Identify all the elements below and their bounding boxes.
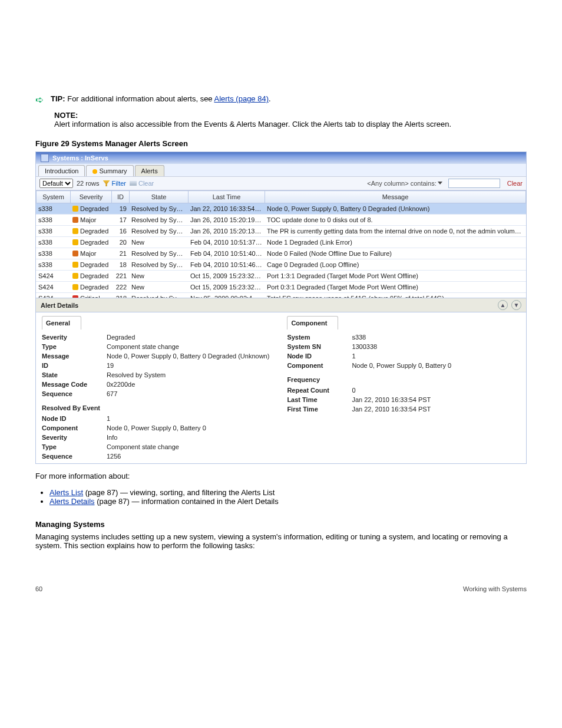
table-row[interactable]: S424Degraded221NewOct 15, 2009 15:23:32 … — [36, 271, 526, 282]
tip-arrow-icon: ➪ — [35, 95, 44, 105]
filter-button[interactable]: Filter — [103, 179, 126, 187]
table-row[interactable]: s338Major21Resolved by SystemFeb 04, 201… — [36, 248, 526, 259]
table-row[interactable]: s338Major17Resolved by SystemJan 26, 201… — [36, 215, 526, 226]
component-system: s338 — [352, 333, 464, 341]
severity-icon — [72, 295, 78, 298]
col-system[interactable]: System — [37, 191, 71, 203]
frequency-repeat: 0 — [352, 386, 464, 394]
note-label: NOTE: — [54, 111, 527, 120]
chevron-down-icon — [438, 182, 442, 185]
list-item: Alerts Details (page 87) — information c… — [49, 497, 527, 506]
component-tab: Component — [287, 316, 338, 330]
table-row[interactable]: s338Degraded18Resolved by SystemFeb 04, … — [36, 259, 526, 271]
detail-type: Component state change — [107, 342, 269, 351]
section-title: Managing Systems — [35, 520, 527, 529]
detail-id: 19 — [107, 361, 269, 370]
tip-label: TIP: — [51, 94, 65, 103]
window-title: Systems : InServs — [52, 154, 108, 162]
severity-icon — [72, 251, 78, 256]
tab-introduction[interactable]: Introduction — [38, 165, 85, 176]
tab-alerts[interactable]: Alerts — [135, 165, 164, 176]
severity-icon — [72, 228, 78, 234]
details-title: Alert Details — [41, 301, 494, 309]
eraser-icon — [130, 181, 137, 186]
col-message[interactable]: Message — [265, 191, 526, 203]
table-row[interactable]: s338Degraded19Resolved by SystemJan 22, … — [36, 203, 526, 215]
window-icon — [41, 154, 49, 162]
resolved-sequence: 1256 — [107, 452, 269, 460]
about-link[interactable]: Alerts Details — [49, 497, 95, 506]
severity-icon — [72, 217, 78, 223]
details-down-button[interactable]: ▼ — [511, 300, 521, 310]
list-item: Alerts List (page 87) — viewing, sorting… — [49, 488, 527, 497]
about-intro: For more information about: — [35, 472, 527, 480]
severity-icon — [72, 239, 78, 245]
severity-icon — [72, 262, 78, 268]
frequency-last: Jan 22, 2010 16:33:54 PST — [352, 396, 464, 404]
search-column-label[interactable]: <Any column> contains: — [367, 179, 444, 187]
detail-msgcode: 0x2200de — [107, 380, 269, 388]
about-link[interactable]: Alerts List — [49, 488, 83, 497]
severity-icon — [72, 284, 78, 290]
detail-sequence: 677 — [107, 390, 269, 398]
resolved-severity: Info — [107, 433, 269, 442]
alerts-screen: Systems : InServs Introduction Summary A… — [35, 151, 527, 464]
clear-search-link[interactable]: Clear — [507, 179, 523, 187]
preset-select[interactable]: Default — [39, 179, 73, 188]
tab-summary[interactable]: Summary — [86, 165, 133, 176]
resolved-time: Jan 22, 2010 16:41:02 PST — [107, 462, 269, 463]
general-tab: General — [42, 316, 81, 330]
table-row[interactable]: S424Critical218Resolved by SystemNov 05,… — [36, 293, 526, 298]
severity-icon — [72, 206, 78, 212]
detail-severity: Degraded — [107, 333, 269, 341]
table-row[interactable]: s338Degraded20NewFeb 04, 2010 10:51:37 P… — [36, 237, 526, 248]
component-systemsn: 1300338 — [352, 342, 464, 351]
resolved-component: Node 0, Power Supply 0, Battery 0 — [107, 424, 269, 432]
col-severity[interactable]: Severity — [71, 191, 112, 203]
details-up-button[interactable]: ▲ — [498, 300, 508, 310]
resolved-head: Resolved By Event — [42, 404, 269, 412]
col-id[interactable]: ID — [112, 191, 130, 203]
table-row[interactable]: s338Degraded16Resolved by SystemJan 26, … — [36, 226, 526, 237]
note-body: Alert information is also accessible fro… — [54, 120, 527, 129]
table-row[interactable]: S424Degraded222NewOct 15, 2009 15:23:32 … — [36, 282, 526, 293]
resolved-type: Component state change — [107, 443, 269, 451]
col-state[interactable]: State — [130, 191, 189, 203]
search-input[interactable] — [448, 179, 500, 188]
component-nodeid: 1 — [352, 352, 464, 360]
footer-chapter: Working with Systems — [463, 585, 527, 592]
window-titlebar: Systems : InServs — [36, 152, 526, 164]
section-body: Managing systems includes setting up a n… — [35, 532, 527, 550]
component-component: Node 0, Power Supply 0, Battery 0 — [352, 361, 464, 370]
detail-state: Resolved by System — [107, 371, 269, 379]
row-count: 22 rows — [77, 179, 100, 187]
page-number: 60 — [35, 585, 42, 592]
resolved-nodeid: 1 — [107, 414, 269, 423]
alerts-link[interactable]: Alerts (page 84) — [214, 94, 269, 103]
figure-caption: Figure 29 Systems Manager Alerts Screen — [35, 139, 527, 148]
severity-icon — [72, 273, 78, 279]
filter-icon — [103, 180, 110, 186]
tip-text: For additional information about alerts,… — [67, 94, 270, 103]
clear-filter-button[interactable]: Clear — [130, 179, 154, 187]
frequency-head: Frequency — [287, 375, 464, 384]
frequency-first: Jan 22, 2010 16:33:54 PST — [352, 405, 464, 413]
col-last-time[interactable]: Last Time — [189, 191, 265, 203]
detail-message: Node 0, Power Supply 0, Battery 0 Degrad… — [107, 352, 269, 360]
